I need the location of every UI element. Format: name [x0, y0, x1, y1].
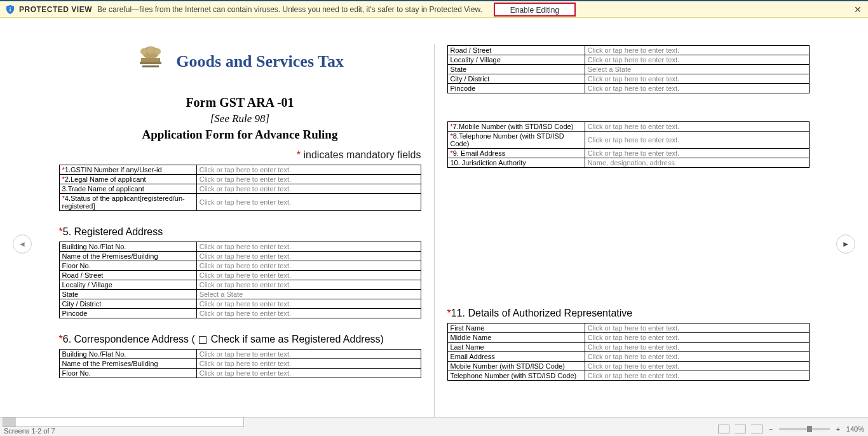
field-input[interactable]: Click or tap here to enter text. — [585, 149, 809, 158]
main-fields-table: *1.GSTIN Number if any/User-idClick or t… — [59, 165, 421, 211]
field-input[interactable]: Click or tap here to enter text. — [585, 333, 809, 343]
svg-rect-1 — [10, 9, 10, 11]
field-input[interactable]: Click or tap here to enter text. — [196, 271, 421, 280]
page-separator — [434, 44, 435, 417]
field-input[interactable]: Click or tap here to enter text. — [196, 184, 421, 194]
table-row: First NameClick or tap here to enter tex… — [447, 324, 809, 333]
enable-editing-button[interactable]: Enable Editing — [494, 3, 576, 17]
zoom-slider[interactable] — [779, 428, 830, 430]
scrollbar-thumb[interactable] — [3, 418, 16, 426]
document-canvas: ◄ ► Goods and Services Tax — [0, 18, 868, 417]
field-input[interactable]: Click or tap here to enter text. — [585, 371, 809, 381]
table-row: Road / StreetClick or tap here to enter … — [59, 271, 421, 280]
field-input[interactable]: Click or tap here to enter text. — [196, 194, 421, 211]
field-input[interactable]: Click or tap here to enter text. — [585, 55, 809, 65]
registered-address-table: Building No./Flat No.Click or tap here t… — [59, 242, 421, 318]
state-select[interactable]: Select a State — [196, 290, 421, 299]
horizontal-scrollbar[interactable] — [3, 417, 244, 427]
svg-point-7 — [154, 48, 161, 55]
table-row: *8.Telephone Number (with STD/ISD Code)C… — [447, 132, 809, 149]
field-input[interactable]: Click or tap here to enter text. — [585, 132, 809, 149]
zoom-slider-thumb[interactable] — [807, 426, 812, 432]
table-row: PincodeClick or tap here to enter text. — [59, 309, 421, 318]
field-input[interactable]: Click or tap here to enter text. — [585, 46, 809, 55]
field-input[interactable]: Click or tap here to enter text. — [196, 299, 421, 309]
same-as-registered-checkbox[interactable] — [199, 336, 207, 344]
field-input[interactable]: Click or tap here to enter text. — [196, 175, 421, 184]
field-input[interactable]: Name, designation, address. — [585, 158, 809, 168]
next-screen-button[interactable]: ► — [836, 235, 855, 254]
prev-screen-button[interactable]: ◄ — [13, 235, 32, 254]
table-row: PincodeClick or tap here to enter text. — [447, 84, 809, 93]
table-row: Building No./Flat No.Click or tap here t… — [59, 242, 421, 252]
table-row: *9. Email AddressClick or tap here to en… — [447, 149, 809, 158]
svg-rect-4 — [140, 62, 161, 64]
field-input[interactable]: Click or tap here to enter text. — [585, 343, 809, 352]
svg-point-0 — [10, 7, 11, 8]
table-row: Name of the Premises/BuildingClick or ta… — [59, 359, 421, 369]
state-select[interactable]: Select a State — [585, 65, 809, 74]
field-input[interactable]: Click or tap here to enter text. — [196, 242, 421, 252]
document-title: Goods and Services Tax — [176, 52, 344, 71]
see-rule: [See Rule 98] — [59, 112, 421, 125]
contact-table: *7.Mobile Number (with STD/ISD Code)Clic… — [447, 121, 810, 168]
table-row: Middle NameClick or tap here to enter te… — [447, 333, 809, 343]
zoom-in-button[interactable]: + — [835, 425, 841, 433]
close-icon[interactable]: ✕ — [854, 4, 862, 15]
table-row: City / DistrictClick or tap here to ente… — [447, 74, 809, 84]
svg-point-5 — [140, 48, 147, 55]
table-row: 3.Trade Name of applicantClick or tap he… — [59, 184, 421, 194]
field-input[interactable]: Click or tap here to enter text. — [585, 352, 809, 362]
table-row: *4.Status of the applicant[registered/un… — [59, 194, 421, 211]
section-11-heading: *11. Details of Authorized Representativ… — [447, 308, 810, 319]
field-input[interactable]: Click or tap here to enter text. — [196, 359, 421, 369]
table-row: *7.Mobile Number (with STD/ISD Code)Clic… — [447, 122, 809, 132]
table-row: Telephone Number (with STD/ISD Code)Clic… — [447, 371, 809, 381]
emblem-icon — [136, 44, 165, 79]
field-input[interactable]: Click or tap here to enter text. — [196, 280, 421, 290]
view-mode-web-icon[interactable] — [751, 425, 763, 433]
field-input[interactable]: Click or tap here to enter text. — [585, 74, 809, 84]
field-input[interactable]: Click or tap here to enter text. — [196, 165, 421, 175]
field-input[interactable]: Click or tap here to enter text. — [196, 252, 421, 261]
field-input[interactable]: Click or tap here to enter text. — [585, 122, 809, 132]
view-mode-print-icon[interactable] — [735, 425, 746, 433]
screens-label: Screens 1-2 of 7 — [4, 427, 244, 435]
table-row: Building No./Flat No.Click or tap here t… — [59, 350, 421, 359]
table-row: StateSelect a State — [59, 290, 421, 299]
table-row: 10. Jurisdiction AuthorityName, designat… — [447, 158, 809, 168]
table-row: Locality / VillageClick or tap here to e… — [59, 280, 421, 290]
status-bar: Screens 1-2 of 7 − + 140% — [0, 417, 868, 436]
field-input[interactable]: Click or tap here to enter text. — [585, 324, 809, 333]
page-1: Goods and Services Tax Form GST ARA -01 … — [59, 37, 421, 417]
field-input[interactable]: Click or tap here to enter text. — [196, 309, 421, 318]
field-input[interactable]: Click or tap here to enter text. — [196, 350, 421, 359]
table-row: Last NameClick or tap here to enter text… — [447, 343, 809, 352]
zoom-percent[interactable]: 140% — [846, 425, 864, 433]
field-input[interactable]: Click or tap here to enter text. — [585, 362, 809, 371]
table-row: Locality / VillageClick or tap here to e… — [447, 55, 809, 65]
table-row: *1.GSTIN Number if any/User-idClick or t… — [59, 165, 421, 175]
view-mode-read-icon[interactable] — [718, 425, 729, 433]
section-6-heading: *6. Correspondence Address ( Check if sa… — [59, 334, 421, 345]
protected-view-title: PROTECTED VIEW — [19, 5, 92, 14]
field-input[interactable]: Click or tap here to enter text. — [196, 369, 421, 378]
field-input[interactable]: Click or tap here to enter text. — [196, 261, 421, 271]
table-row: Floor No.Click or tap here to enter text… — [59, 369, 421, 378]
svg-rect-3 — [141, 58, 160, 62]
representative-table: First NameClick or tap here to enter tex… — [447, 323, 810, 381]
chevron-left-icon: ◄ — [18, 240, 26, 249]
table-row: StateSelect a State — [447, 65, 809, 74]
shield-icon — [5, 4, 15, 15]
zoom-out-button[interactable]: − — [768, 425, 774, 433]
section-5-heading: *5. Registered Address — [59, 226, 421, 238]
page-2: Road / StreetClick or tap here to enter … — [447, 37, 810, 417]
table-row: Email AddressClick or tap here to enter … — [447, 352, 809, 362]
field-input[interactable]: Click or tap here to enter text. — [585, 84, 809, 93]
table-row: *2.Legal Name of applicantClick or tap h… — [59, 175, 421, 184]
table-row: Name of the Premises/BuildingClick or ta… — [59, 252, 421, 261]
table-row: Mobile Number (with STD/ISD Code)Click o… — [447, 362, 809, 371]
chevron-right-icon: ► — [842, 240, 850, 249]
svg-point-6 — [147, 46, 154, 54]
mandatory-note: * indicates mandatory fields — [59, 149, 421, 161]
